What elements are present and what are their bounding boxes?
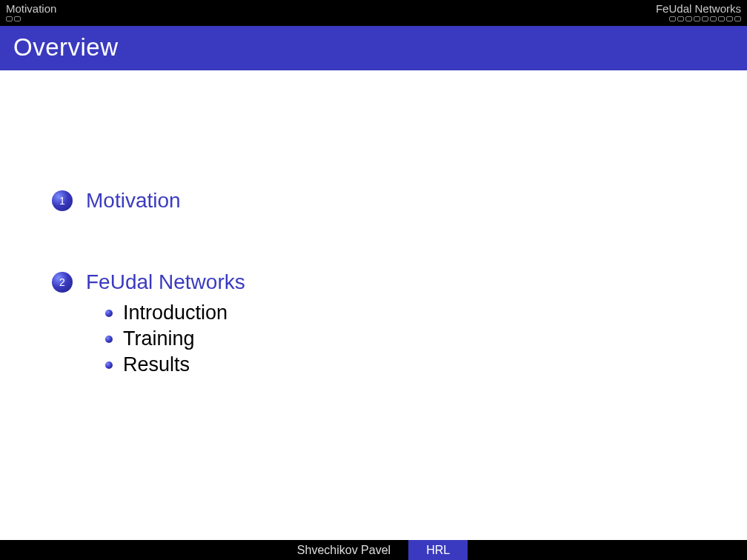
toc-sublist: IntroductionTrainingResults (105, 301, 703, 376)
toc-subitem-label: Results (123, 353, 190, 376)
progress-dot[interactable] (669, 16, 676, 21)
toc-subitem[interactable]: Training (105, 327, 703, 350)
progress-dot[interactable] (718, 16, 725, 21)
footer: Shvechikov Pavel HRL (0, 540, 747, 560)
slide-body: 1Motivation2FeUdal NetworksIntroductionT… (0, 70, 747, 560)
toc-number-ball: 2 (52, 272, 73, 293)
toc-head[interactable]: 2FeUdal Networks (52, 270, 703, 294)
nav-section-motivation[interactable]: Motivation (6, 3, 56, 21)
toc-title: FeUdal Networks (86, 270, 245, 294)
toc-subitem-label: Training (123, 327, 195, 350)
toc-subitem[interactable]: Introduction (105, 301, 703, 324)
toc-subitem[interactable]: Results (105, 353, 703, 376)
slide-title: Overview (13, 33, 119, 61)
progress-dot[interactable] (14, 16, 21, 21)
progress-dots-right (669, 16, 741, 21)
bullet-icon (105, 361, 113, 369)
top-navbar: Motivation FeUdal Networks (0, 0, 747, 26)
bullet-icon (105, 310, 113, 317)
footer-short-title: HRL (408, 540, 468, 560)
progress-dot[interactable] (694, 16, 700, 21)
toc-item: 1Motivation (52, 189, 703, 213)
toc-title: Motivation (86, 189, 181, 213)
nav-section-feudal[interactable]: FeUdal Networks (656, 3, 741, 21)
progress-dot[interactable] (677, 16, 684, 21)
toc-head[interactable]: 1Motivation (52, 189, 703, 213)
progress-dot[interactable] (734, 16, 741, 21)
progress-dots-left (6, 16, 56, 21)
toc-number-ball: 1 (52, 190, 73, 211)
progress-dot[interactable] (685, 16, 692, 21)
footer-author: Shvechikov Pavel (279, 540, 408, 560)
nav-label-right: FeUdal Networks (656, 3, 741, 14)
progress-dot[interactable] (6, 16, 13, 21)
toc-item: 2FeUdal NetworksIntroductionTrainingResu… (52, 270, 703, 376)
progress-dot[interactable] (726, 16, 733, 21)
slide-title-bar: Overview (0, 26, 747, 70)
progress-dot[interactable] (710, 16, 717, 21)
nav-label-left: Motivation (6, 3, 56, 14)
bullet-icon (105, 336, 113, 343)
slide: Motivation FeUdal Networks Overview 1Mot… (0, 0, 747, 560)
toc-subitem-label: Introduction (123, 301, 228, 324)
progress-dot[interactable] (702, 16, 708, 21)
